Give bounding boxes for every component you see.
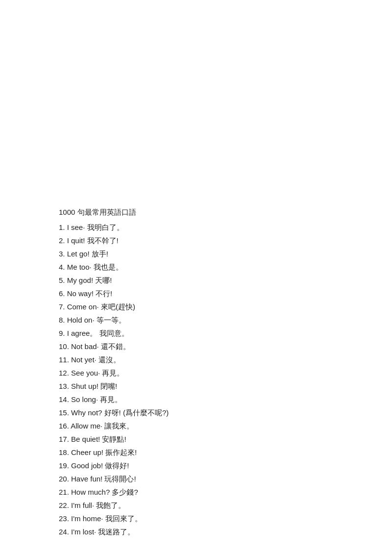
phrase-number: 6. (59, 289, 67, 298)
list-item: 18. Cheer up! 振作起來! (59, 446, 392, 459)
phrase-number: 4. (59, 263, 67, 271)
list-item: 2. I quit! 我不幹了! (59, 234, 392, 247)
phrase-chinese: 多少錢? (112, 488, 138, 496)
list-item: 15. Why not? 好呀! (爲什麼不呢?) (59, 406, 392, 419)
phrase-number: 7. (59, 303, 67, 311)
phrase-number: 12. (59, 369, 71, 377)
phrase-english: Let go! (67, 250, 92, 258)
list-item: 14. So long· 再見。 (59, 393, 392, 406)
phrase-english: No way! (67, 289, 96, 298)
phrase-english: I'm full· (71, 501, 96, 509)
list-item: 10. Not bad· 還不錯。 (59, 340, 392, 353)
phrase-english: I see· (67, 223, 87, 231)
phrase-chinese: 還沒。 (98, 355, 121, 364)
list-item: 3. Let go! 放手! (59, 247, 392, 260)
phrase-chinese: 安靜點! (102, 435, 126, 443)
phrase-english: Good job! (71, 461, 105, 470)
phrase-english: My god! (67, 276, 96, 284)
list-item: 24. I'm lost· 我迷路了。 (59, 525, 392, 538)
phrase-number: 15. (59, 408, 71, 417)
phrase-chinese: 玩得開心! (104, 475, 136, 483)
list-item: 13. Shut up! 閉嘴! (59, 379, 392, 393)
phrase-number: 8. (59, 316, 67, 324)
phrase-number: 20. (59, 475, 71, 483)
phrase-number: 9. (59, 329, 67, 337)
phrase-number: 23. (59, 514, 71, 523)
list-item: 23. I'm home· 我回來了。 (59, 512, 392, 525)
phrase-chinese: 還不錯。 (101, 342, 130, 351)
page-title: 1000 句最常用英語口語 (59, 206, 392, 219)
list-item: 5. My god! 天哪! (59, 274, 392, 287)
phrase-english: I'm home· (71, 514, 105, 523)
list-item: 4. Me too· 我也是。 (59, 260, 392, 274)
phrase-chinese: 我同意。 (99, 329, 129, 337)
phrase-chinese: 我飽了。 (96, 501, 125, 509)
phrase-english: Allow me· (71, 422, 104, 430)
phrase-chinese: 我不幹了! (87, 236, 119, 245)
phrase-number: 19. (59, 461, 71, 470)
phrase-chinese: 我回來了。 (105, 514, 142, 523)
phrase-english: Cheer up! (71, 448, 105, 456)
phrase-number: 13. (59, 382, 71, 390)
phrase-number: 21. (59, 488, 71, 496)
phrase-chinese: 我明白了。 (87, 223, 124, 231)
phrase-chinese: 來吧(趕快) (101, 303, 135, 311)
phrase-number: 10. (59, 342, 71, 351)
phrase-chinese: 振作起來! (105, 448, 137, 456)
phrase-number: 11. (59, 355, 71, 364)
phrase-chinese: 再見。 (102, 369, 124, 377)
list-item: 9. I agree。 我同意。 (59, 327, 392, 340)
phrase-chinese: 我迷路了。 (98, 528, 135, 536)
list-item: 21. How much? 多少錢? (59, 485, 392, 499)
phrase-number: 22. (59, 501, 71, 509)
phrase-chinese: 閉嘴! (100, 382, 117, 390)
list-item: 7. Come on· 來吧(趕快) (59, 300, 392, 313)
list-item: 19. Good job! 做得好! (59, 459, 392, 472)
phrase-chinese: 天哪! (95, 276, 112, 284)
phrase-list: 1. I see· 我明白了。2. I quit! 我不幹了!3. Let go… (59, 221, 392, 538)
phrase-chinese: 不行! (96, 289, 112, 298)
phrase-number: 3. (59, 250, 67, 258)
phrase-english: Not bad· (71, 342, 101, 351)
phrase-english: I quit! (67, 236, 87, 245)
phrase-english: How much? (71, 488, 112, 496)
phrase-number: 5. (59, 276, 67, 284)
phrase-number: 16. (59, 422, 71, 430)
phrase-english: Hold on· (67, 316, 97, 324)
list-item: 17. Be quiet! 安靜點! (59, 432, 392, 446)
phrase-chinese: 做得好! (105, 461, 129, 470)
phrase-number: 2. (59, 236, 67, 245)
phrase-english: So long· (71, 395, 100, 404)
phrase-english: I agree。 (67, 329, 99, 337)
list-item: 20. Have fun! 玩得開心! (59, 472, 392, 485)
phrase-english: Why not? (71, 408, 104, 417)
list-item: 6. No way! 不行! (59, 287, 392, 300)
list-item: 1. I see· 我明白了。 (59, 221, 392, 234)
phrase-english: Come on· (67, 303, 101, 311)
list-item: 16. Allow me· 讓我來。 (59, 419, 392, 432)
phrase-english: Not yet· (71, 355, 98, 364)
phrase-number: 24. (59, 528, 71, 536)
phrase-number: 1. (59, 223, 67, 231)
phrase-number: 14. (59, 395, 71, 404)
phrase-english: See you· (71, 369, 102, 377)
phrase-chinese: 放手! (92, 250, 108, 258)
phrase-number: 17. (59, 435, 71, 443)
phrase-number: 18. (59, 448, 71, 456)
list-item: 22. I'm full· 我飽了。 (59, 499, 392, 512)
phrase-chinese: 好呀! (爲什麼不呢?) (104, 408, 169, 417)
phrase-english: Shut up! (71, 382, 100, 390)
phrase-chinese: 讓我來。 (104, 422, 134, 430)
list-item: 8. Hold on· 等一等。 (59, 313, 392, 327)
phrase-chinese: 等一等。 (97, 316, 126, 324)
main-content: 1000 句最常用英語口語 1. I see· 我明白了。2. I quit! … (0, 0, 392, 555)
phrase-english: Have fun! (71, 475, 104, 483)
phrase-english: I'm lost· (71, 528, 98, 536)
list-item: 11. Not yet· 還沒。 (59, 353, 392, 366)
phrase-chinese: 再見。 (100, 395, 122, 404)
phrase-chinese: 我也是。 (94, 263, 123, 271)
list-item: 12. See you· 再見。 (59, 366, 392, 379)
phrase-english: Me too· (67, 263, 94, 271)
phrase-english: Be quiet! (71, 435, 102, 443)
